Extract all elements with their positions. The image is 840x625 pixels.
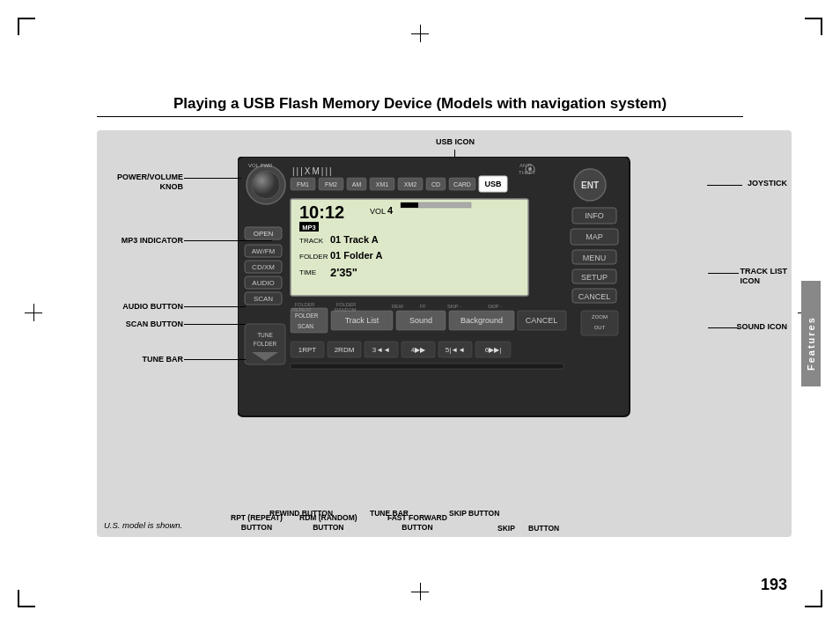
svg-text:SKIP -: SKIP -: [488, 304, 502, 309]
svg-text:XM2: XM2: [404, 181, 417, 188]
svg-text:USB: USB: [484, 180, 502, 188]
svg-text:3◄◄: 3◄◄: [372, 346, 390, 354]
svg-text:AUDIO: AUDIO: [252, 279, 274, 287]
svg-text:RANDOM: RANDOM: [335, 307, 357, 312]
label-power-volume: POWER/VOLUMEKNOB: [104, 173, 183, 192]
svg-rect-32: [401, 202, 418, 208]
svg-text:VOL: VOL: [370, 207, 386, 216]
svg-text:FOLDER: FOLDER: [299, 253, 328, 261]
svg-text:CANCEL: CANCEL: [526, 316, 558, 325]
label-button1: BUTTON: [528, 524, 559, 533]
svg-text:Track List: Track List: [345, 316, 379, 325]
svg-text:SCAN: SCAN: [298, 323, 313, 329]
page-title: Playing a USB Flash Memory Device (Model…: [173, 95, 667, 113]
svg-text:FOLDER: FOLDER: [295, 312, 319, 319]
label-joystick: JOYSTICK: [748, 179, 787, 188]
svg-text:FM1: FM1: [297, 181, 309, 188]
svg-text:AM: AM: [352, 181, 362, 188]
label-track-list: TRACK LISTICON: [741, 267, 788, 286]
features-sidebar: Features: [799, 130, 822, 537]
svg-text:TRACK: TRACK: [299, 237, 324, 245]
svg-text:SCAN: SCAN: [254, 295, 273, 303]
line-audio: [184, 306, 246, 307]
label-mp3: MP3 INDICATOR: [104, 236, 183, 245]
svg-text:2'35": 2'35": [330, 266, 357, 279]
svg-text:ENT: ENT: [581, 180, 599, 190]
svg-text:MAP: MAP: [586, 232, 603, 241]
svg-text:TIME: TIME: [299, 268, 316, 276]
svg-text:5|◄◄: 5|◄◄: [446, 346, 465, 354]
svg-text:VOL  PWR: VOL PWR: [248, 163, 273, 168]
us-model-label: U.S. model is shown.: [104, 520, 182, 530]
svg-text:REPEAT: REPEAT: [292, 307, 312, 312]
label-skip2: SKIP BUTTON: [449, 509, 499, 518]
features-label: Features: [801, 281, 821, 386]
label-sound-icon: SOUND ICON: [736, 322, 787, 331]
label-tune-bar: TUNE BAR: [104, 355, 183, 364]
svg-text:OUT: OUT: [594, 325, 606, 330]
corner-mark-tl: [18, 18, 44, 44]
svg-text:OPEN: OPEN: [254, 230, 274, 238]
svg-text:CANCEL: CANCEL: [578, 292, 611, 301]
diagram-box: USB ICON VOL PWR |||XM||| FM1 FM2 AM XM1: [97, 130, 792, 537]
label-rewind: REWIND BUTTON: [269, 509, 333, 518]
svg-text:Sound: Sound: [409, 316, 432, 325]
svg-point-2: [252, 171, 280, 199]
svg-text:FF: FF: [420, 304, 426, 309]
svg-text:CARD: CARD: [453, 181, 471, 188]
svg-text:SKIP -: SKIP -: [447, 304, 461, 309]
head-unit-svg: VOL PWR |||XM||| FM1 FM2 AM XM1 XM2 CD C…: [238, 157, 643, 430]
svg-text:01  Track A: 01 Track A: [330, 234, 379, 245]
svg-text:10:12: 10:12: [299, 202, 344, 222]
svg-text:FOLDER: FOLDER: [254, 341, 277, 347]
svg-text:SETUP: SETUP: [581, 273, 608, 282]
svg-text:01  Folder A: 01 Folder A: [330, 250, 383, 261]
svg-text:CD: CD: [431, 181, 440, 188]
svg-text:AW/FM: AW/FM: [252, 247, 276, 255]
crosshair-left: [25, 304, 42, 321]
svg-text:MP3: MP3: [302, 224, 315, 232]
svg-text:6▶▶|: 6▶▶|: [485, 346, 502, 354]
svg-text:ZOOM: ZOOM: [592, 314, 608, 320]
svg-text:TUNE: TUNE: [257, 332, 273, 338]
corner-mark-tr: [796, 18, 822, 44]
line-power-volume: [184, 178, 241, 179]
svg-text:Background: Background: [461, 316, 503, 325]
svg-rect-99: [291, 364, 564, 369]
page-number: 193: [761, 576, 787, 594]
svg-text:4: 4: [387, 205, 394, 216]
title-underline: [97, 116, 743, 117]
line-scan: [184, 324, 246, 325]
svg-text:XM1: XM1: [376, 181, 389, 188]
svg-text:REW: REW: [392, 304, 404, 309]
usb-icon-label: USB ICON: [436, 137, 475, 146]
svg-text:1RPT: 1RPT: [298, 346, 317, 354]
svg-text:CD/XM: CD/XM: [252, 263, 275, 271]
crosshair-bottom: [411, 583, 429, 600]
svg-text:FM2: FM2: [325, 181, 337, 188]
svg-text:4▶▶: 4▶▶: [411, 346, 426, 354]
label-tunebar2: TUNE BAR: [370, 509, 409, 518]
line-joystick: [707, 185, 742, 186]
svg-text:INFO: INFO: [585, 211, 604, 220]
crosshair-top: [411, 25, 429, 42]
corner-mark-bl: [18, 581, 44, 607]
line-sound-icon: [708, 327, 739, 328]
corner-mark-br: [796, 581, 822, 607]
line-mp3: [184, 240, 272, 241]
label-skip1: SKIP: [497, 524, 515, 533]
label-audio: AUDIO BUTTON: [104, 302, 183, 311]
line-track-list: [708, 273, 739, 274]
svg-text:2RDM: 2RDM: [335, 346, 355, 354]
label-scan: SCAN BUTTON: [104, 320, 183, 328]
svg-point-24: [528, 167, 532, 171]
line-tune-bar: [184, 359, 246, 360]
svg-text:|||XM|||: |||XM|||: [292, 166, 334, 176]
svg-text:MENU: MENU: [583, 254, 607, 262]
